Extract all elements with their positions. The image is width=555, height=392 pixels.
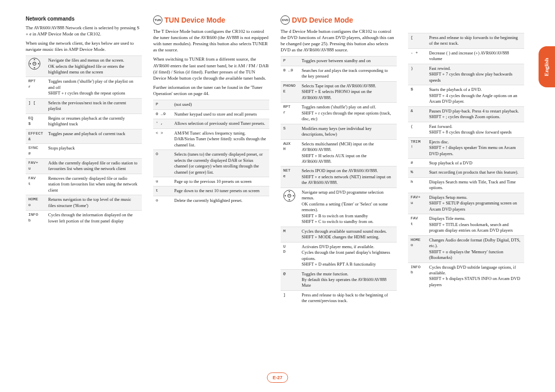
key-cell: NET e	[281, 166, 299, 188]
nav-pad-icon: OK	[28, 58, 41, 70]
desc-cell: Selects IPOD input on the AVR600/AV888.S…	[299, 166, 397, 188]
key-cell: 0 …9	[281, 66, 299, 81]
table-row: 0 …9Number keypad used to store and reca…	[153, 109, 269, 119]
key-cell: RPT r	[26, 77, 46, 98]
key-cell: P	[281, 57, 299, 66]
desc-cell: Selects multichannel (MCH) input on the …	[299, 139, 397, 166]
svg-marker-3	[33, 59, 35, 61]
key-cell: ]	[281, 290, 299, 305]
desc-cell: Press and release to skip back to the be…	[299, 290, 397, 305]
desc-cell: Stops playback	[46, 144, 142, 159]
tun-para2: When switching to TUNER from a different…	[153, 56, 269, 81]
desc-cell: Adds the currently displayed file or rad…	[46, 158, 142, 174]
desc-cell: Fast forward.SHIFT + 8 cycles through sl…	[427, 122, 524, 137]
svg-marker-10	[288, 191, 290, 192]
col-network: Network commands The AVR600/AV888 Networ…	[26, 15, 142, 306]
key-cell: #	[408, 158, 427, 167]
table-row: [Press and release to skip forwards to t…	[408, 33, 524, 49]
desc-cell: Fast rewind.SHIFT + 7 cycles through slo…	[427, 64, 524, 85]
table-row: (Fast forward.SHIFT + 8 cycles through s…	[408, 122, 524, 137]
table-row: tPage down to the next 10 tuner presets …	[153, 186, 269, 196]
dvd-table-cont: [Press and release to skip forwards to t…	[408, 33, 524, 289]
table-row: $Starts the playback of a DVD.SHIFT + 4 …	[408, 85, 524, 106]
desc-cell: Stop playback of a DVD	[427, 158, 524, 167]
key-cell: OK	[281, 188, 299, 227]
key-cell: - +	[408, 48, 427, 64]
key-cell: HOME o	[26, 195, 46, 211]
key-cell: FAV t	[26, 174, 46, 195]
key-cell: INFO b	[26, 211, 46, 226]
desc-cell: Displays Title menu.SHIFT + TITLE clears…	[427, 214, 524, 235]
desc-cell: Selects Tape input on the AVR600/AV888.S…	[299, 81, 397, 102]
tun-para1: The T Device Mode button configures the …	[153, 28, 269, 53]
svg-marker-6	[38, 63, 40, 64]
key-cell: < >	[153, 128, 172, 150]
key-cell: FAV+ u	[26, 158, 46, 174]
desc-cell: Displays Setup menu.SHIFT + SETUP displa…	[427, 193, 524, 214]
key-cell: o	[153, 196, 172, 205]
key-cell: SYNC #	[26, 144, 46, 159]
desc-cell: Selects the previous/next track in the c…	[46, 98, 142, 114]
table-row: @Toggles the mute function.By default th…	[281, 269, 397, 290]
col-dvd-cont: [Press and release to skip forwards to t…	[408, 15, 524, 306]
key-cell: EQ $	[26, 114, 46, 129]
key-cell: t	[153, 186, 172, 196]
desc-cell: Displays Search menu with Title, Track a…	[427, 177, 524, 193]
network-para1: The AVR600/AV888 Network client is selec…	[26, 25, 142, 37]
table-row: SModifies many keys (see individual key …	[281, 124, 397, 139]
desc-cell: Number keypad used to store and recall p…	[172, 109, 269, 119]
table-row: AUX HSelects multichannel (MCH) input on…	[281, 139, 397, 166]
table-row: %Start recording (on products that have …	[408, 168, 524, 177]
svg-marker-12	[285, 195, 286, 196]
tun-circle-icon: TUN	[153, 15, 162, 25]
desc-cell: Start recording (on products that have t…	[427, 168, 524, 177]
desc-cell: Removes the currently displayed file or …	[46, 174, 142, 195]
col-tun: TUN TUN Device Mode The T Device Mode bu…	[153, 15, 269, 306]
key-cell: 0 …9	[153, 109, 172, 119]
table-row: ] [Selects the previous/next track in th…	[26, 98, 142, 114]
svg-marker-13	[293, 195, 294, 196]
desc-cell: Toggles random ('shuffle') play on and o…	[299, 103, 397, 124]
desc-cell: Modifies many keys (see individual key d…	[299, 124, 397, 139]
nav-pad-icon: OK	[283, 190, 295, 202]
language-tab: English	[539, 46, 555, 87]
table-row: FAV+ uAdds the currently displayed file …	[26, 158, 142, 174]
table-row: FAV+ uDisplays Setup menu.SHIFT + SETUP …	[408, 193, 524, 214]
table-row: EFFECT &Toggles pause and playback of cu…	[26, 129, 142, 144]
key-cell: INFO b	[408, 263, 427, 289]
table-row: hDisplays Search menu with Title, Track …	[408, 177, 524, 193]
key-cell: PHONO E	[281, 81, 299, 102]
desc-cell: Page down to the next 10 tuner presets o…	[172, 186, 269, 196]
network-para2: When using the network client, the keys …	[26, 40, 142, 52]
dvd-table: PToggles power between standby and on0 ……	[281, 56, 397, 305]
key-cell: h	[408, 177, 427, 193]
table-row: INFO bCycles through the information dis…	[26, 211, 142, 226]
desc-cell: Navigate setup and DVD programme selecti…	[299, 188, 397, 227]
key-cell: HOME o	[408, 235, 427, 263]
desc-cell: Toggles pause and playback of current tr…	[46, 129, 142, 144]
table-row: OSelects (tunes to) the currently displa…	[153, 150, 269, 177]
table-row: HOME oChanges Audio decode format (Dolby…	[408, 235, 524, 263]
dvd-para1: The d Device Mode button configures the …	[281, 28, 397, 53]
desc-cell: Toggles the mute function.By default thi…	[299, 269, 397, 290]
desc-cell: Decrease ( ) and increase (+) AVR600/AV8…	[427, 48, 524, 64]
table-row: INFO bCycles through DVD subtitle langua…	[408, 263, 524, 289]
desc-cell: (not used)	[172, 100, 269, 109]
table-row: PToggles power between standby and on	[281, 57, 397, 66]
table-row: #Stop playback of a DVD	[408, 158, 524, 167]
key-cell: u	[153, 177, 172, 186]
table-row: OKNavigate the files and menus on the sc…	[26, 56, 142, 77]
col-dvd: DVD DVD Device Mode The d Device Mode bu…	[281, 15, 397, 306]
key-cell: S	[281, 124, 299, 139]
key-cell: TRIM !	[408, 137, 427, 158]
key-cell: FAV t	[408, 214, 427, 235]
desc-cell: Toggles random ('shuffle') play of the p…	[46, 77, 142, 98]
table-row: MCycles through available surround sound…	[281, 227, 397, 242]
desc-cell: Changes Audio decode format (Dolby Digit…	[427, 235, 524, 263]
table-row: PHONO ESelects Tape input on the AVR600/…	[281, 81, 397, 102]
key-cell: [	[408, 33, 427, 49]
table-row: P(not used)	[153, 100, 269, 109]
desc-cell: Begins or resumes playback at the curren…	[46, 114, 142, 129]
desc-cell: Press and release to skip forwards to th…	[427, 33, 524, 49]
table-row: OKNavigate setup and DVD programme selec…	[281, 188, 397, 227]
